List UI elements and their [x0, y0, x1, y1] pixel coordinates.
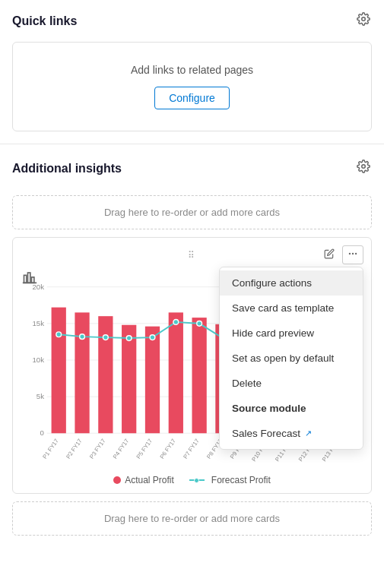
svg-rect-7 — [32, 277, 34, 283]
bar-p6 — [169, 312, 183, 433]
chart-card: ⠿ Configure actions — [12, 237, 372, 494]
dropdown-item-hide-preview[interactable]: Hide card preview — [220, 321, 363, 346]
edit-button[interactable] — [319, 245, 339, 264]
svg-text:0: 0 — [40, 428, 44, 437]
drag-zone-top: Drag here to re-order or add more cards — [12, 195, 372, 229]
svg-text:P3 FY17: P3 FY17 — [88, 438, 107, 460]
dropdown-item-set-open-default[interactable]: Set as open by default — [220, 346, 363, 371]
bar-p5 — [145, 327, 160, 434]
svg-text:P4 FY17: P4 FY17 — [112, 438, 131, 460]
quick-links-gear-button[interactable] — [355, 11, 372, 31]
legend-actual-dot — [113, 476, 121, 484]
external-link-icon: ↗ — [305, 428, 312, 438]
section-divider — [0, 144, 384, 144]
svg-point-3 — [352, 253, 354, 254]
svg-text:15k: 15k — [32, 319, 44, 327]
legend-actual-label: Actual Profit — [125, 475, 174, 485]
more-options-button[interactable] — [342, 245, 363, 264]
additional-insights-gear-button[interactable] — [355, 158, 372, 179]
svg-point-2 — [349, 253, 351, 254]
svg-text:10k: 10k — [32, 356, 44, 364]
legend-forecast: Forecast Profit — [189, 475, 271, 485]
quick-links-title: Quick links — [12, 14, 77, 28]
svg-point-1 — [362, 165, 366, 169]
additional-insights-title: Additional insights — [12, 162, 122, 175]
dropdown-item-configure-actions[interactable]: Configure actions — [220, 270, 363, 296]
dot-p5 — [150, 335, 155, 340]
svg-text:P2 FY17: P2 FY17 — [65, 438, 84, 460]
x-label-p1: P1 FY17 — [41, 438, 60, 460]
x-label-p4: P4 FY17 — [112, 438, 131, 460]
x-label-p5: P5 FY17 — [135, 438, 154, 460]
x-label-p6: P6 FY17 — [158, 438, 177, 460]
toolbar-buttons — [319, 245, 363, 264]
chart-legend: Actual Profit Forecast Profit — [21, 475, 363, 485]
configure-button[interactable]: Configure — [154, 87, 230, 109]
legend-forecast-dot — [194, 478, 199, 483]
bar-p1 — [52, 308, 66, 434]
dropdown-item-sales-forecast[interactable]: Sales Forecast ↗ — [220, 421, 363, 446]
svg-text:P6 FY17: P6 FY17 — [158, 438, 177, 460]
dot-p1 — [56, 332, 62, 337]
legend-forecast-line — [189, 479, 205, 481]
svg-text:P5 FY17: P5 FY17 — [135, 438, 154, 460]
dot-p2 — [80, 334, 85, 340]
legend-actual: Actual Profit — [113, 475, 174, 485]
dot-p4 — [126, 336, 132, 341]
dot-p3 — [103, 335, 108, 340]
drag-zone-bottom: Drag here to re-order or add more cards — [12, 501, 372, 536]
additional-insights-section: Additional insights Drag here to re-orde… — [0, 147, 384, 536]
dot-p7 — [197, 321, 202, 326]
svg-point-0 — [362, 17, 366, 21]
x-label-p7: P7 FY17 — [182, 438, 201, 460]
bar-p3 — [98, 316, 113, 433]
legend-forecast-label: Forecast Profit — [211, 475, 271, 485]
additional-insights-header: Additional insights — [0, 147, 384, 189]
svg-text:P7 FY17: P7 FY17 — [182, 438, 201, 460]
dropdown-item-source-module: Source module — [220, 396, 363, 421]
drag-handle-icon: ⠿ — [188, 250, 196, 261]
bar-chart-icon — [22, 269, 37, 287]
quick-links-header: Quick links — [0, 0, 384, 42]
svg-rect-5 — [24, 275, 27, 283]
bar-p2 — [75, 312, 89, 433]
svg-text:5k: 5k — [36, 392, 44, 400]
svg-point-4 — [355, 253, 357, 254]
quick-links-card: Add links to related pages Configure — [12, 42, 372, 131]
chart-toolbar: ⠿ Configure actions — [21, 245, 363, 264]
dropdown-item-save-template[interactable]: Save card as template — [220, 296, 363, 321]
x-label-p2: P2 FY17 — [65, 438, 84, 460]
svg-text:P1 FY17: P1 FY17 — [41, 438, 60, 460]
svg-rect-6 — [28, 273, 30, 283]
quick-links-description: Add links to related pages — [25, 64, 359, 76]
dropdown-item-delete[interactable]: Delete — [220, 371, 363, 396]
bar-p7 — [192, 318, 207, 433]
dot-p6 — [173, 320, 179, 325]
quick-links-section: Quick links Add links to related pages C… — [0, 0, 384, 131]
dropdown-menu: Configure actions Save card as template … — [219, 267, 363, 450]
x-label-p3: P3 FY17 — [88, 438, 107, 460]
